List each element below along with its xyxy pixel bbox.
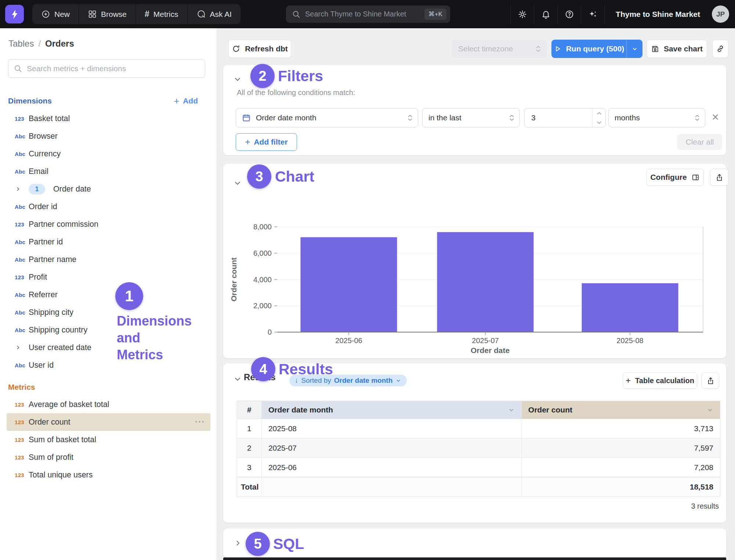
- add-filter-button[interactable]: + Add filter: [236, 133, 297, 151]
- run-query-dropdown[interactable]: [626, 40, 642, 58]
- bell-icon: [541, 10, 551, 19]
- sidebar-metric-total-unique-users[interactable]: 123Total unique users: [0, 466, 217, 484]
- bar-chart[interactable]: 02,0004,0006,0008,0002025-062025-072025-…: [228, 211, 716, 354]
- total-value: 18,518: [522, 477, 720, 497]
- chart-collapse-chevron-icon[interactable]: [233, 178, 242, 188]
- sidebar-item-partner-id[interactable]: AbcPartner id: [0, 233, 217, 251]
- nav-metrics-button[interactable]: # Metrics: [136, 4, 187, 24]
- annotation-5-label: SQL: [273, 535, 304, 553]
- run-query-main[interactable]: Run query (500): [551, 44, 626, 53]
- sidebar-item-label: User id: [29, 361, 54, 370]
- fields-search-input[interactable]: Search metrics + dimensions: [8, 59, 205, 78]
- filters-collapse-chevron-icon[interactable]: [233, 74, 242, 84]
- column-header-index[interactable]: #: [237, 401, 262, 419]
- sidebar-metric-sum-of-profit[interactable]: 123Sum of profit: [0, 448, 217, 466]
- chevron-down-icon: [631, 46, 638, 52]
- stepper-up-icon[interactable]: [593, 109, 605, 118]
- table-row[interactable]: 32025-067,208: [237, 458, 720, 477]
- number-stepper[interactable]: [592, 109, 605, 127]
- month-cell: 2025-08: [262, 419, 522, 438]
- sidebar-item-browser[interactable]: AbcBrowser: [0, 127, 217, 145]
- select-caret-icon: [407, 113, 413, 122]
- chevron-down-icon[interactable]: [508, 407, 515, 413]
- add-dimension-button[interactable]: + Add: [174, 96, 198, 106]
- stepper-down-icon[interactable]: [593, 118, 605, 127]
- plus-icon: +: [245, 137, 250, 147]
- sql-collapse-chevron-icon[interactable]: [233, 539, 242, 548]
- more-options-icon[interactable]: ···: [195, 417, 205, 427]
- settings-button[interactable]: [510, 4, 534, 24]
- sidebar-item-label: Profit: [29, 273, 47, 282]
- chart-export-button[interactable]: [710, 169, 728, 186]
- run-query-button[interactable]: Run query (500): [551, 40, 642, 58]
- sidebar-metric-sum-of-basket-total[interactable]: 123Sum of basket total: [0, 431, 217, 448]
- string-type-icon: Abc: [15, 151, 29, 157]
- filter-value-input[interactable]: 3: [524, 108, 606, 127]
- org-name[interactable]: Thyme to Shine Market: [604, 4, 711, 24]
- nav-new-label: New: [54, 10, 70, 19]
- help-button[interactable]: [557, 4, 581, 24]
- field-count-badge: 1: [29, 184, 45, 194]
- sidebar-item-order-id[interactable]: AbcOrder id: [0, 198, 217, 215]
- sidebar-metric-order-count[interactable]: 123Order count···: [7, 413, 210, 431]
- string-type-icon: Abc: [15, 309, 29, 316]
- annotation-5-number: 5: [254, 536, 261, 552]
- save-chart-button[interactable]: Save chart: [647, 40, 707, 58]
- refresh-dbt-label: Refresh dbt: [245, 44, 288, 53]
- save-chart-label: Save chart: [664, 44, 703, 53]
- results-collapse-chevron-icon[interactable]: [233, 374, 242, 384]
- sidebar-item-partner-name[interactable]: AbcPartner name: [0, 251, 217, 268]
- results-count: 3 results: [691, 502, 719, 510]
- filter-field-select[interactable]: Order date month: [236, 108, 418, 127]
- chevron-down-icon[interactable]: [707, 407, 713, 413]
- sidebar-metric-average-of-basket-total[interactable]: 123Average of basket total: [0, 396, 217, 413]
- nav-ask-ai-button[interactable]: Ask AI: [188, 4, 241, 24]
- chevron-right-icon[interactable]: [15, 344, 29, 351]
- configure-button[interactable]: Configure: [646, 169, 704, 186]
- svg-text:0: 0: [268, 328, 272, 336]
- plus-icon: +: [174, 96, 180, 106]
- sidebar-item-order-date[interactable]: 1Order date: [0, 180, 217, 198]
- clear-all-button[interactable]: Clear all: [677, 134, 722, 150]
- breadcrumb-tables-link[interactable]: Tables: [8, 39, 34, 49]
- month-cell: 2025-07: [262, 439, 522, 458]
- nav-new-button[interactable]: New: [32, 4, 79, 24]
- chevron-right-icon[interactable]: [15, 186, 29, 192]
- string-type-icon: Abc: [15, 239, 29, 245]
- sidebar-item-basket-total[interactable]: 123Basket total: [0, 110, 217, 127]
- sidebar-item-email[interactable]: AbcEmail: [0, 163, 217, 180]
- svg-text:8,000: 8,000: [253, 223, 272, 231]
- column-header-month[interactable]: Order date month: [262, 401, 522, 419]
- string-type-icon: Abc: [15, 257, 29, 263]
- filter-operator-select[interactable]: in the last: [422, 108, 520, 127]
- svg-text:6,000: 6,000: [253, 249, 272, 257]
- sidebar-item-currency[interactable]: AbcCurrency: [0, 145, 217, 163]
- table-row[interactable]: 12025-083,713: [237, 419, 720, 438]
- count-cell: 7,597: [522, 439, 720, 458]
- annotation-3-circle: 3: [247, 164, 271, 189]
- dimensions-header: Dimensions + Add: [0, 95, 217, 107]
- app-logo[interactable]: [5, 5, 24, 23]
- timezone-select[interactable]: Select timezone: [452, 40, 547, 58]
- sidebar-item-label: Average of basket total: [29, 400, 109, 409]
- row-index-cell: 1: [237, 419, 262, 438]
- nav-browse-button[interactable]: Browse: [79, 4, 136, 24]
- sidebar-item-partner-commission[interactable]: 123Partner commission: [0, 215, 217, 233]
- remove-filter-button[interactable]: ✕: [712, 112, 719, 123]
- global-search-input[interactable]: Search Thyme to Shine Market ⌘+K: [286, 6, 450, 23]
- results-export-button[interactable]: [702, 372, 719, 389]
- search-icon: [292, 10, 301, 19]
- sidebar-item-referrer[interactable]: AbcReferrer: [0, 286, 217, 303]
- notifications-button[interactable]: [534, 4, 557, 24]
- refresh-dbt-button[interactable]: Refresh dbt: [228, 40, 291, 58]
- sidebar-item-label: User created date: [29, 343, 91, 352]
- filter-unit-select[interactable]: months: [608, 108, 705, 127]
- breadcrumb-current: Orders: [45, 39, 74, 49]
- column-header-count[interactable]: Order count: [522, 401, 720, 419]
- ai-sparkles-button[interactable]: [581, 4, 604, 24]
- sidebar-item-profit[interactable]: 123Profit: [0, 268, 217, 286]
- avatar[interactable]: JP: [712, 6, 729, 23]
- table-row[interactable]: 22025-077,597: [237, 438, 720, 458]
- copy-link-button[interactable]: [712, 40, 728, 58]
- table-calculation-button[interactable]: + Table calculation: [623, 372, 697, 389]
